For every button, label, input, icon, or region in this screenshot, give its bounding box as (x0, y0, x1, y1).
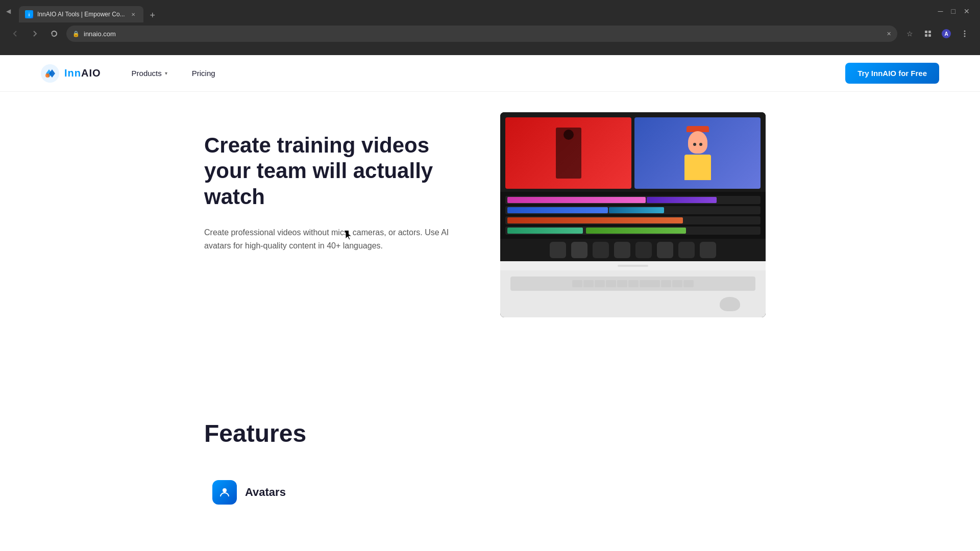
monitor-base-top (500, 261, 766, 270)
key-5 (617, 280, 627, 287)
svg-point-9 (964, 33, 966, 35)
browser-toolbar: 🔒 innaio.com ✕ ☆ A (0, 22, 980, 45)
pricing-nav-link[interactable]: Pricing (192, 69, 215, 78)
close-window-button[interactable]: ✕ (964, 7, 970, 15)
preview-panel-1 (505, 117, 631, 189)
key-9 (683, 280, 694, 287)
main-content: Create training videos your team will ac… (163, 92, 817, 533)
logo[interactable]: InnAIO (41, 64, 101, 83)
bookmark-button[interactable]: ☆ (902, 27, 917, 41)
address-bar[interactable]: 🔒 innaio.com ✕ (66, 26, 897, 42)
editor-top-panels (500, 112, 766, 192)
products-nav-link[interactable]: Products ▾ (132, 69, 167, 78)
minimize-button[interactable]: ─ (938, 7, 943, 15)
hero-section: Create training videos your team will ac… (204, 92, 776, 348)
hero-description: Create professional videos without mics,… (204, 226, 459, 252)
timeline-segment-1 (507, 197, 646, 203)
dock-item-8 (700, 242, 716, 258)
svg-text:i: i (29, 12, 30, 17)
timeline-track-1 (505, 196, 761, 204)
avatars-label: Avatars (245, 486, 286, 499)
menu-button[interactable] (958, 27, 972, 41)
keyboard (510, 277, 755, 291)
tab-title: InnAIO AI Tools | Empower Co... (37, 11, 125, 18)
navbar: InnAIO Products ▾ Pricing Try InnAIO for… (0, 55, 980, 92)
hero-left: Create training videos your team will ac… (204, 112, 459, 252)
key-8 (672, 280, 682, 287)
tab-bar: i InnAIO AI Tools | Empower Co... ✕ + (19, 0, 934, 22)
back-arrow-icon: ◀ (6, 8, 11, 15)
tab-close-button[interactable]: ✕ (129, 10, 137, 18)
avatar-eye-right (699, 143, 702, 146)
pricing-label: Pricing (192, 69, 215, 78)
spacebar (640, 280, 660, 287)
preview-panel-2 (634, 117, 761, 189)
svg-point-10 (964, 36, 966, 37)
browser-titlebar: ◀ i InnAIO AI Tools | Empower Co... ✕ + … (0, 0, 980, 22)
active-tab[interactable]: i InnAIO AI Tools | Empower Co... ✕ (19, 6, 143, 22)
mouse (720, 297, 740, 311)
dock-item-7 (678, 242, 695, 258)
window-controls: ◀ (6, 8, 15, 15)
dock-item-1 (550, 242, 566, 258)
mouse-area (500, 297, 766, 317)
new-tab-button[interactable]: + (145, 8, 160, 22)
keyboard-area (500, 270, 766, 297)
products-chevron-icon: ▾ (165, 70, 167, 76)
editor-timeline (500, 192, 766, 239)
avatars-feature-item[interactable]: Avatars (204, 472, 776, 513)
forward-button[interactable] (28, 27, 42, 41)
nav-left: InnAIO Products ▾ Pricing (41, 64, 215, 83)
timeline-segment-7 (586, 228, 687, 234)
products-label: Products (132, 69, 162, 78)
editor-dock (500, 239, 766, 261)
monitor-stand (618, 265, 648, 267)
refresh-button[interactable] (47, 27, 61, 41)
dock-item-4 (614, 242, 630, 258)
svg-rect-5 (928, 34, 931, 37)
logo-text: InnAIO (64, 67, 101, 79)
svg-rect-4 (925, 34, 927, 37)
lock-icon: 🔒 (72, 31, 80, 37)
avatar-body (684, 155, 711, 180)
timeline-track-2 (505, 206, 761, 214)
svg-rect-3 (928, 31, 931, 33)
logo-inn: Inn (64, 67, 81, 79)
nav-links: Products ▾ Pricing (132, 69, 215, 78)
browser-chrome: ◀ i InnAIO AI Tools | Empower Co... ✕ + … (0, 0, 980, 55)
hero-right (500, 112, 776, 317)
key-1 (572, 280, 582, 287)
key-7 (661, 280, 671, 287)
svg-point-8 (964, 31, 966, 32)
spacer-section (204, 348, 776, 389)
logo-aio: AIO (81, 67, 101, 79)
avatar-figure-container (684, 126, 711, 180)
keyboard-keys-row (572, 280, 694, 287)
avatar-eye-left (693, 143, 696, 146)
silhouette-head (564, 130, 574, 140)
cta-button[interactable]: Try InnAIO for Free (845, 63, 939, 84)
tab-favicon: i (25, 10, 33, 18)
maximize-button[interactable]: □ (951, 7, 955, 15)
key-2 (583, 280, 594, 287)
window-action-buttons: ─ □ ✕ (938, 7, 974, 15)
key-4 (606, 280, 616, 287)
svg-rect-2 (925, 31, 927, 33)
dock-item-2 (571, 242, 587, 258)
svg-point-12 (45, 73, 50, 78)
timeline-track-3 (505, 216, 761, 224)
avatar-head (688, 131, 707, 154)
silhouette-figure (556, 128, 581, 179)
features-title: Features (204, 419, 776, 447)
back-button[interactable] (8, 27, 22, 41)
dock-item-3 (593, 242, 609, 258)
timeline-segment-2 (647, 197, 717, 203)
extensions-button[interactable] (921, 27, 935, 41)
svg-text:A: A (944, 31, 948, 37)
timeline-segment-6 (507, 228, 583, 234)
timeline-track-4 (505, 227, 761, 235)
address-clear-icon[interactable]: ✕ (887, 31, 891, 37)
hero-title: Create training videos your team will ac… (204, 133, 459, 210)
person-icon (218, 486, 231, 498)
profile-button[interactable]: A (939, 27, 953, 41)
